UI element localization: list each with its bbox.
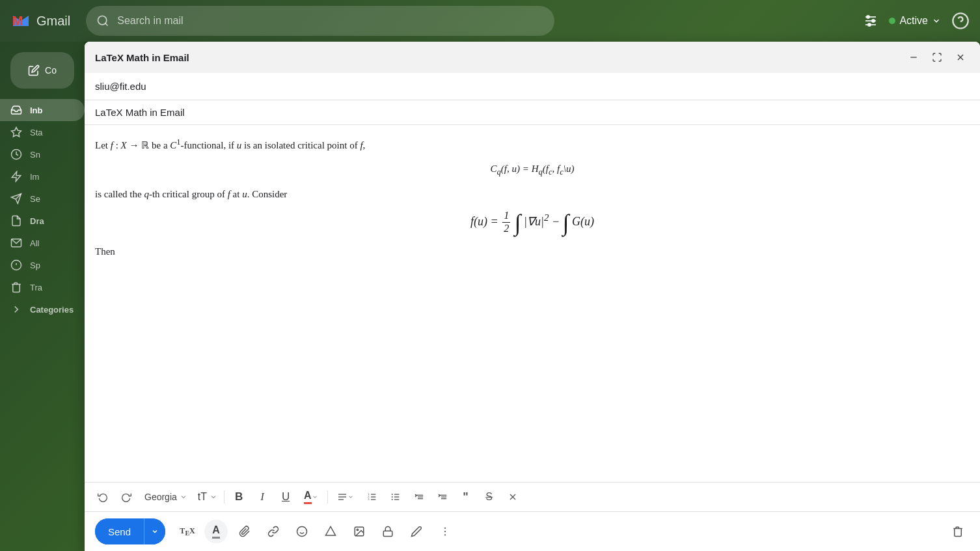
- redo-button[interactable]: [116, 487, 137, 507]
- svg-point-4: [867, 16, 869, 18]
- svg-point-6: [872, 20, 875, 22]
- photo-button[interactable]: [347, 520, 371, 543]
- emoji-button[interactable]: [290, 520, 314, 543]
- compose-window: LaTeX Math in Email sliu@fit.edu: [85, 42, 980, 551]
- sidebar-item-starred[interactable]: Sta: [0, 121, 85, 143]
- compose-subject-field[interactable]: LaTeX Math in Email: [85, 100, 980, 125]
- topbar-right: Active: [863, 12, 970, 30]
- sidebar-item-all[interactable]: All: [0, 232, 85, 254]
- search-icon: [96, 14, 109, 27]
- text-color-button[interactable]: A: [299, 487, 323, 507]
- minimize-icon: [908, 52, 919, 63]
- search-bar[interactable]: Search in mail: [86, 6, 554, 36]
- clock-icon: [10, 148, 22, 160]
- more-options-button[interactable]: [433, 520, 457, 543]
- photo-icon: [353, 526, 365, 537]
- svg-point-35: [391, 494, 392, 495]
- help-icon[interactable]: [951, 12, 970, 30]
- svg-point-50: [357, 529, 358, 530]
- compose-bottom-toolbar: Send TEX A: [85, 512, 980, 551]
- svg-marker-13: [12, 172, 21, 182]
- compose-sidebar-label: Co: [45, 65, 57, 76]
- sidebar-item-inbox-label: Inb: [30, 106, 43, 115]
- active-dropdown-icon: [932, 16, 941, 25]
- lock-button[interactable]: [376, 520, 400, 543]
- gmail-logo: M Gmail: [10, 10, 70, 31]
- svg-point-52: [444, 528, 446, 529]
- bold-button[interactable]: B: [228, 487, 249, 507]
- compose-sidebar-button[interactable]: Co: [10, 52, 74, 89]
- font-color-bottom-button[interactable]: A: [204, 520, 228, 543]
- settings-sliders-icon[interactable]: [863, 13, 878, 29]
- sidebar-item-spam[interactable]: Sp: [0, 254, 85, 276]
- bullet-list-button[interactable]: [385, 487, 406, 507]
- more-vertical-icon: [439, 526, 451, 537]
- sidebar-item-snoozed[interactable]: Sn: [0, 143, 85, 165]
- italic-button[interactable]: I: [252, 487, 273, 507]
- undo-button[interactable]: [92, 487, 113, 507]
- send-button[interactable]: Send: [95, 518, 144, 544]
- text-color-icon: A: [304, 490, 312, 504]
- fullscreen-icon: [932, 52, 942, 63]
- font-size-label: tT: [198, 491, 207, 503]
- discard-button[interactable]: [946, 520, 970, 543]
- sidebar-item-all-label: All: [30, 238, 39, 248]
- send-dropdown-button[interactable]: [144, 518, 165, 544]
- quote-icon: ": [463, 490, 469, 504]
- italic-icon: I: [260, 490, 264, 503]
- compose-window-title: LaTeX Math in Email: [95, 52, 189, 63]
- active-label: Active: [899, 15, 928, 27]
- close-button[interactable]: [951, 48, 970, 66]
- compose-header-actions: [905, 48, 970, 66]
- font-family-selector[interactable]: Georgia: [139, 489, 190, 505]
- minimize-button[interactable]: [905, 48, 923, 66]
- link-button[interactable]: [262, 520, 285, 543]
- compose-header: LaTeX Math in Email: [85, 42, 980, 73]
- emoji-icon: [296, 526, 308, 537]
- active-status[interactable]: Active: [889, 15, 941, 27]
- send-label: Send: [108, 526, 131, 537]
- svg-point-8: [868, 23, 871, 26]
- drive-icon: [325, 526, 336, 537]
- lock-icon: [382, 526, 394, 537]
- toolbar-separator-2: [327, 490, 328, 503]
- latex-button[interactable]: TEX: [176, 520, 199, 543]
- drive-button[interactable]: [319, 520, 342, 543]
- bold-icon: B: [235, 490, 243, 503]
- indent-increase-icon: [437, 492, 448, 502]
- attach-button[interactable]: [233, 520, 256, 543]
- sidebar-item-inbox[interactable]: Inb: [0, 99, 85, 121]
- paperclip-icon: [239, 526, 251, 537]
- remove-format-button[interactable]: [502, 487, 523, 507]
- sidebar-item-trash[interactable]: Tra: [0, 276, 85, 298]
- svg-point-53: [444, 531, 446, 532]
- sidebar-item-drafts[interactable]: Dra: [0, 210, 85, 232]
- svg-rect-51: [383, 531, 392, 536]
- ordered-list-button[interactable]: 1. 2. 3.: [362, 487, 383, 507]
- signature-button[interactable]: [405, 520, 428, 543]
- underline-button[interactable]: U: [275, 487, 296, 507]
- gmail-sidebar: Co Inb Sta Sn Im Se: [0, 42, 85, 551]
- font-family-label: Georgia: [144, 492, 177, 502]
- indent-decrease-button[interactable]: [409, 487, 429, 507]
- compose-content-area[interactable]: Let f : X → ℝ be a C1-functional, if u i…: [85, 125, 980, 482]
- fullscreen-button[interactable]: [928, 48, 946, 66]
- strikethrough-button[interactable]: S: [479, 487, 500, 507]
- sidebar-item-sent[interactable]: Se: [0, 188, 85, 210]
- font-size-selector[interactable]: tT: [193, 488, 220, 505]
- svg-point-37: [391, 499, 392, 500]
- gmail-title: Gmail: [36, 14, 70, 29]
- remove-format-icon: [508, 492, 518, 502]
- sidebar-item-important[interactable]: Im: [0, 165, 85, 188]
- trash-icon: [10, 281, 22, 293]
- sidebar-item-categories[interactable]: Categories: [0, 298, 85, 320]
- sidebar-item-drafts-label: Dra: [30, 216, 44, 226]
- align-button[interactable]: [332, 487, 359, 507]
- svg-text:3.: 3.: [368, 498, 370, 501]
- svg-point-46: [297, 527, 307, 537]
- indent-increase-button[interactable]: [432, 487, 453, 507]
- indent-decrease-icon: [414, 492, 424, 502]
- compose-to-field[interactable]: sliu@fit.edu: [85, 73, 980, 100]
- quote-button[interactable]: ": [456, 487, 476, 507]
- text-color-dropdown-icon: [312, 494, 318, 500]
